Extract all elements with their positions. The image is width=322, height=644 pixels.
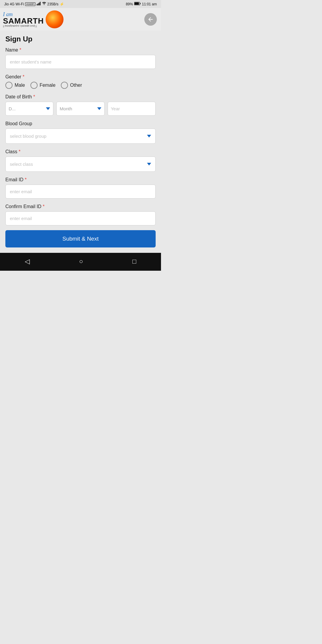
confirm-email-required-star: * [43,204,44,209]
logo-text: I am SAMARTH || तेषामादित्यवर्णान्तं प्र… [3,12,44,27]
top-bar: I am SAMARTH || तेषामादित्यवर्णान्तं प्र… [0,8,161,31]
logo-subtitle: || तेषामादित्यवर्णान्तं प्रकाशयति तत्पर्… [3,25,44,27]
back-icon [147,16,154,23]
svg-rect-7 [140,3,140,4]
logo-sun-image [46,10,64,28]
battery-text: 89% [126,2,133,6]
vowifi-badge: VoWiFi [25,2,35,6]
dob-label: Date of Birth * [5,94,156,100]
dob-day-arrow [46,107,50,110]
svg-rect-2 [39,3,40,5]
signal-icon [37,2,41,6]
logo-iam: I am [3,12,44,17]
nav-back-icon[interactable]: ◁ [25,258,30,265]
back-button[interactable] [144,13,157,26]
dob-year-select[interactable]: Year [108,102,156,116]
gender-female-option[interactable]: Female [30,82,55,89]
email-label: Email ID * [5,177,156,182]
dob-year-placeholder: Year [111,106,120,111]
svg-rect-3 [40,2,41,5]
status-bar: Jio 4G Wi-Fi VoWiFi 235B/s ⚡ 89% 11:01 a… [0,0,161,8]
gender-required-star: * [23,74,24,79]
gender-label: Gender * [5,74,156,80]
class-required-star: * [18,149,20,154]
name-label: Name * [5,47,156,53]
wifi-icon [42,2,46,6]
class-select[interactable]: select class [5,157,156,172]
logo-samarth: SAMARTH [3,17,44,25]
gender-female-label: Female [40,83,55,88]
nav-home-icon[interactable]: ○ [79,258,83,265]
gender-male-radio[interactable] [5,82,13,89]
blood-group-label: Blood Group [5,121,156,126]
logo-area: I am SAMARTH || तेषामादित्यवर्णान्तं प्र… [3,10,64,28]
dob-month-arrow [97,107,101,110]
gender-other-radio[interactable] [61,82,68,89]
battery-icon [134,2,141,6]
gender-male-option[interactable]: Male [5,82,25,89]
form-content: Sign Up Name * Gender * Male Female Othe… [0,31,161,253]
email-input[interactable] [5,185,156,199]
dob-day-select[interactable]: D... [5,102,53,116]
blood-group-select[interactable]: select blood group [5,129,156,144]
name-required-star: * [19,47,21,52]
dob-month-select[interactable]: Month [56,102,104,116]
page-title: Sign Up [5,35,156,43]
dob-row: D... Month Year [5,102,156,116]
gender-other-option[interactable]: Other [61,82,82,89]
class-placeholder: select class [10,162,33,167]
email-required-star: * [25,177,27,182]
class-label: Class * [5,149,156,154]
svg-rect-1 [38,4,38,6]
submit-button[interactable]: Submit & Next [5,230,156,247]
status-right: 89% 11:01 am [126,2,157,6]
bottom-nav: ◁ ○ □ [0,253,161,271]
gender-group: Male Female Other [5,82,156,89]
confirm-email-label: Confirm Email ID * [5,204,156,209]
class-arrow [147,163,151,165]
gender-male-label: Male [15,83,25,88]
nav-recent-icon[interactable]: □ [132,258,136,265]
dob-required-star: * [33,94,35,99]
svg-rect-6 [134,2,139,5]
gender-other-label: Other [70,83,82,88]
blood-group-placeholder: select blood group [10,134,47,139]
gender-female-radio[interactable] [30,82,38,89]
time-text: 11:01 am [142,2,157,6]
dob-day-placeholder: D... [9,106,16,111]
carrier-text: Jio 4G Wi-Fi [4,2,24,6]
usb-icon: ⚡ [60,2,64,6]
svg-point-4 [44,4,44,5]
status-left: Jio 4G Wi-Fi VoWiFi 235B/s ⚡ [4,2,64,6]
speed-text: 235B/s [47,2,58,6]
svg-rect-0 [37,4,38,5]
dob-month-placeholder: Month [60,106,72,111]
confirm-email-input[interactable] [5,211,156,225]
name-input[interactable] [5,55,156,69]
blood-group-arrow [147,135,151,137]
